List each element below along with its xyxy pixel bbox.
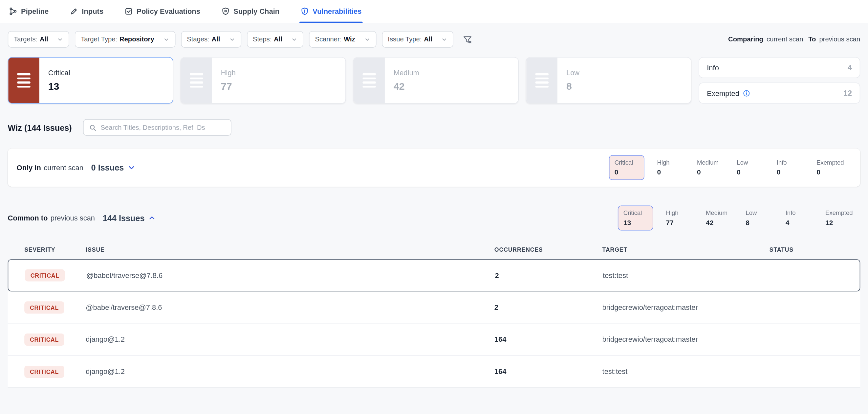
policy-evaluations-icon bbox=[124, 7, 133, 16]
issues-count: 144 Issues bbox=[103, 213, 145, 223]
comparing-current[interactable]: current scan bbox=[767, 35, 803, 43]
issues-table: SEVERITY ISSUE OCCURRENCES TARGET STATUS… bbox=[8, 239, 861, 388]
severity-count: 42 bbox=[394, 81, 419, 92]
filter-label: Issue Type: bbox=[388, 35, 422, 43]
chip-high[interactable]: High 0 bbox=[652, 156, 692, 180]
severity-card-medium[interactable]: Medium 42 bbox=[353, 57, 519, 104]
chevron-down-icon bbox=[229, 36, 235, 42]
col-header-severity: SEVERITY bbox=[24, 246, 86, 253]
severity-card-high[interactable]: High 77 bbox=[181, 57, 346, 104]
common-to-rest: previous scan bbox=[51, 214, 95, 222]
filter-issue-type[interactable]: Issue Type: All bbox=[382, 31, 453, 48]
table-row[interactable]: CRITICAL django@1.2 164 bridgecrewio/ter… bbox=[8, 324, 861, 356]
common-previous-severity-chips: Critical 13 High 77 Medium 42 Low 8 Info… bbox=[618, 206, 861, 231]
chip-info[interactable]: Info 0 bbox=[772, 156, 811, 180]
chip-low[interactable]: Low 0 bbox=[732, 156, 772, 180]
issue-cell: django@1.2 bbox=[86, 367, 494, 376]
chip-info[interactable]: Info 4 bbox=[781, 206, 820, 230]
tab-label: Vulnerabilities bbox=[313, 7, 362, 16]
filter-target-type[interactable]: Target Type: Repository bbox=[75, 31, 175, 48]
filter-scanner[interactable]: Scanner: Wiz bbox=[309, 31, 376, 48]
severity-summary-row: Critical 13 High 77 Medium 42 bbox=[8, 57, 861, 104]
filter-value: All bbox=[424, 35, 432, 43]
only-current-scan-panel: Only in current scan 0 Issues Critical 0… bbox=[8, 149, 861, 187]
chip-label: Exempted bbox=[816, 159, 846, 166]
only-current-severity-chips: Critical 0 High 0 Medium 0 Low 0 Info 0 … bbox=[609, 155, 851, 180]
table-row[interactable]: CRITICAL django@1.2 164 test:test bbox=[8, 356, 861, 388]
target-cell: bridgecrewio/terragoat:master bbox=[602, 335, 770, 343]
tab-pipeline[interactable]: Pipeline bbox=[8, 0, 50, 23]
medium-severity-icon bbox=[353, 58, 384, 103]
chip-label: Exempted bbox=[825, 209, 855, 216]
severity-row-exempted[interactable]: Exempted 12 bbox=[699, 83, 860, 104]
filter-label: Target Type: bbox=[81, 35, 117, 43]
severity-count: 8 bbox=[566, 81, 580, 92]
comparing-previous[interactable]: previous scan bbox=[819, 35, 860, 43]
chip-high[interactable]: High 77 bbox=[661, 206, 701, 230]
severity-badge: CRITICAL bbox=[24, 365, 64, 378]
comparing-to-label: To bbox=[808, 35, 816, 43]
chip-exempted[interactable]: Exempted 0 bbox=[811, 156, 851, 180]
chip-label: Low bbox=[746, 209, 775, 216]
common-previous-issues-toggle[interactable]: 144 Issues bbox=[103, 213, 156, 223]
chevron-down-icon bbox=[128, 164, 135, 171]
filter-clear-icon bbox=[463, 34, 472, 44]
issues-count: 0 Issues bbox=[91, 163, 124, 173]
vulnerabilities-page: Pipeline Inputs Policy Evaluations bbox=[0, 0, 868, 414]
tab-supply-chain[interactable]: Supply Chain bbox=[220, 0, 281, 23]
severity-card-low[interactable]: Low 8 bbox=[526, 57, 691, 104]
filter-stages[interactable]: Stages: All bbox=[181, 31, 241, 48]
info-icon[interactable] bbox=[743, 89, 750, 97]
tab-label: Pipeline bbox=[21, 7, 49, 16]
chip-value: 4 bbox=[785, 219, 815, 227]
inputs-icon bbox=[70, 7, 78, 16]
chip-value: 13 bbox=[623, 219, 648, 227]
chip-medium[interactable]: Medium 42 bbox=[701, 206, 741, 230]
filter-value: Repository bbox=[120, 35, 154, 43]
tab-label: Inputs bbox=[82, 7, 103, 16]
col-header-occurrences: OCCURRENCES bbox=[494, 246, 602, 253]
only-current-issues-toggle[interactable]: 0 Issues bbox=[91, 163, 135, 173]
secondary-severity-column: Info 4 Exempted 12 bbox=[699, 57, 860, 104]
severity-row-info[interactable]: Info 4 bbox=[699, 57, 860, 78]
filter-value: All bbox=[40, 35, 48, 43]
table-row[interactable]: CRITICAL @babel/traverse@7.8.6 2 test:te… bbox=[8, 259, 861, 291]
severity-card-critical[interactable]: Critical 13 bbox=[8, 57, 173, 104]
filter-targets[interactable]: Targets: All bbox=[8, 31, 69, 48]
issue-cell: @babel/traverse@7.8.6 bbox=[86, 303, 494, 311]
target-cell: test:test bbox=[602, 367, 770, 376]
chip-value: 0 bbox=[737, 169, 767, 176]
chip-low[interactable]: Low 8 bbox=[741, 206, 780, 230]
target-cell: test:test bbox=[603, 271, 770, 279]
severity-label: Info bbox=[707, 63, 719, 71]
severity-count: 12 bbox=[843, 89, 852, 97]
filter-value: Wiz bbox=[344, 35, 355, 43]
chip-medium[interactable]: Medium 0 bbox=[692, 156, 732, 180]
chevron-down-icon bbox=[163, 36, 169, 42]
target-cell: bridgecrewio/terragoat:master bbox=[602, 303, 770, 311]
severity-label: Exempted bbox=[707, 89, 739, 97]
filter-label: Scanner: bbox=[315, 35, 341, 43]
table-header-row: SEVERITY ISSUE OCCURRENCES TARGET STATUS bbox=[8, 239, 861, 259]
filter-steps[interactable]: Steps: All bbox=[247, 31, 303, 48]
table-row[interactable]: CRITICAL @babel/traverse@7.8.6 2 bridgec… bbox=[8, 291, 861, 324]
chip-value: 0 bbox=[816, 169, 846, 176]
only-in-rest: current scan bbox=[44, 163, 83, 172]
tab-vulnerabilities[interactable]: Vulnerabilities bbox=[300, 0, 363, 23]
issue-cell: @babel/traverse@7.8.6 bbox=[86, 271, 495, 279]
severity-label: Medium bbox=[394, 68, 419, 77]
col-header-issue: ISSUE bbox=[86, 246, 494, 253]
tab-inputs[interactable]: Inputs bbox=[69, 0, 105, 23]
clear-filters-button[interactable] bbox=[459, 31, 476, 48]
severity-badge: CRITICAL bbox=[24, 333, 64, 345]
chip-critical[interactable]: Critical 13 bbox=[618, 206, 653, 231]
chip-value: 12 bbox=[825, 219, 855, 227]
tab-policy-evaluations[interactable]: Policy Evaluations bbox=[123, 0, 202, 23]
severity-count: 77 bbox=[221, 81, 236, 92]
chip-critical[interactable]: Critical 0 bbox=[609, 155, 645, 180]
search-input[interactable] bbox=[100, 123, 225, 131]
chip-exempted[interactable]: Exempted 12 bbox=[820, 206, 860, 230]
low-severity-icon bbox=[527, 58, 557, 103]
pipeline-icon bbox=[9, 7, 17, 16]
tab-label: Supply Chain bbox=[234, 7, 279, 16]
